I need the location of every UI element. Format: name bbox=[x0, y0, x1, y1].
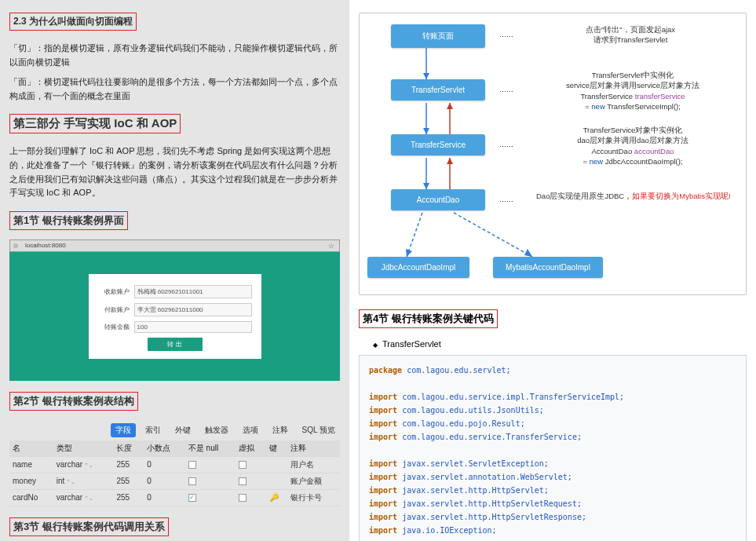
cell-notnull bbox=[185, 489, 236, 506]
th-len: 长度 bbox=[113, 440, 144, 457]
cell-virt bbox=[236, 456, 266, 473]
cell-dec: 0 bbox=[144, 456, 185, 473]
cell-virt bbox=[236, 489, 266, 506]
svg-marker-9 bbox=[447, 158, 453, 164]
cell-name: name bbox=[9, 456, 53, 473]
call-relation-diagram: 转账页面 TransferServlet TransferService Acc… bbox=[359, 13, 747, 295]
heading-2-3: 2.3 为什么叫做面向切面编程 bbox=[9, 13, 137, 31]
transfer-form: 收款账户 韩梅梅 6029621011001 付款账户 李大雷 60296210… bbox=[89, 274, 261, 359]
heading-sec4-text: 第4节 银行转账案例关键代码 bbox=[363, 313, 494, 324]
heading-sec1-text: 第1节 银行转账案例界面 bbox=[13, 214, 124, 226]
bookmark-star-icon: ☆ bbox=[328, 242, 334, 250]
th-name: 名 bbox=[9, 440, 53, 457]
cell-key: 🔑 bbox=[266, 489, 288, 506]
cell-type: int⌃⌄ bbox=[53, 473, 114, 489]
cell-len: 255 bbox=[113, 456, 144, 473]
th-key: 键 bbox=[266, 440, 288, 457]
para-mian: 「面」：横切逻辑代码往往要影响的是很多个方法，每一个方法都如同一个点，多个点构成… bbox=[9, 75, 340, 103]
submit-button: 转 出 bbox=[148, 338, 203, 351]
svg-line-12 bbox=[454, 213, 532, 257]
tab-fields[interactable]: 字段 bbox=[111, 423, 136, 437]
desc-2: TransferServlet中实例化 service层对象并调用service… bbox=[527, 70, 739, 111]
tab-options[interactable]: 选项 bbox=[238, 423, 263, 437]
heading-sec2: 第2节 银行转账案例表结构 bbox=[9, 392, 138, 411]
input-payer: 李大雷 6029621011000 bbox=[134, 303, 252, 316]
demo-app-screenshot: 收款账户 韩梅梅 6029621011001 付款账户 李大雷 60296210… bbox=[9, 252, 340, 381]
bullet-transferservlet: TransferServlet bbox=[373, 339, 747, 349]
heading-part3-text: 第三部分 手写实现 IoC 和 AOP bbox=[13, 116, 177, 130]
cell-note: 账户金额 bbox=[287, 473, 340, 489]
dots-2: …… bbox=[499, 86, 513, 93]
para-qie: 「切」：指的是横切逻辑，原有业务逻辑代码我们不能动，只能操作横切逻辑代码，所以面… bbox=[9, 42, 340, 69]
svg-marker-7 bbox=[423, 183, 429, 189]
cell-key bbox=[266, 473, 288, 489]
cell-note: 银行卡号 bbox=[287, 489, 340, 506]
node-account-dao: AccountDao bbox=[391, 189, 485, 210]
th-note: 注释 bbox=[287, 440, 340, 457]
node-mybatis-impl: MybatisAccountDaoImpl bbox=[493, 257, 603, 278]
th-dec: 小数点 bbox=[144, 440, 185, 457]
cell-len: 255 bbox=[113, 489, 144, 506]
table-row: moneyint⌃⌄2550账户金额 bbox=[9, 473, 340, 489]
heading-sec1: 第1节 银行转账案例界面 bbox=[9, 211, 128, 230]
heading-part3: 第三部分 手写实现 IoC 和 AOP bbox=[9, 114, 181, 133]
node-transfer-service: TransferService bbox=[391, 134, 485, 155]
cell-type: varchar⌃⌄ bbox=[53, 456, 114, 473]
svg-marker-1 bbox=[423, 73, 429, 79]
heading-sec3: 第3节 银行转账案例代码调用关系 bbox=[9, 517, 169, 536]
heading-sec2-text: 第2节 银行转账案例表结构 bbox=[13, 395, 134, 407]
label-payer: 付款账户 bbox=[98, 305, 130, 314]
cell-dec: 0 bbox=[144, 489, 185, 506]
dots-3: …… bbox=[499, 141, 513, 148]
cell-note: 用户名 bbox=[287, 456, 340, 473]
svg-marker-13 bbox=[524, 249, 532, 257]
th-notnull: 不是 null bbox=[185, 440, 236, 457]
browser-address-bar: localhost:8080 ☆ bbox=[9, 239, 340, 252]
tab-sqlpreview[interactable]: SQL 预览 bbox=[298, 423, 340, 437]
svg-line-10 bbox=[407, 213, 422, 257]
cell-dec: 0 bbox=[144, 473, 185, 489]
th-virt: 虚拟 bbox=[236, 440, 266, 457]
table-row: cardNovarchar⌃⌄2550🔑银行卡号 bbox=[9, 489, 340, 506]
tab-comment[interactable]: 注释 bbox=[268, 423, 293, 437]
node-transfer-servlet: TransferServlet bbox=[391, 79, 485, 101]
cell-key bbox=[266, 456, 288, 473]
heading-2-3-text: 2.3 为什么叫做面向切面编程 bbox=[13, 16, 133, 27]
cell-name: money bbox=[9, 473, 53, 489]
desc-4: Dao层实现使用原生JDBC，如果要切换为Mybatis实现呢! bbox=[536, 191, 736, 201]
cell-len: 255 bbox=[113, 473, 144, 489]
cell-notnull bbox=[185, 473, 236, 489]
para-part3-intro: 上一部分我们理解了 IoC 和 AOP 思想，我们先不考虑 Spring 是如何… bbox=[9, 144, 340, 199]
cell-name: cardNo bbox=[9, 489, 53, 506]
tab-fk[interactable]: 外键 bbox=[170, 423, 195, 437]
node-jdbc-impl: JdbcAccountDaoImpl bbox=[367, 257, 469, 278]
right-column: 转账页面 TransferServlet TransferService Acc… bbox=[349, 0, 756, 541]
browser-url: localhost:8080 bbox=[25, 242, 66, 249]
code-block: package com.lagou.edu.servlet; import co… bbox=[359, 355, 747, 541]
key-icon: 🔑 bbox=[269, 493, 279, 502]
desc-1: 点击"转出"，页面发起ajax请求到TransferServlet bbox=[540, 24, 721, 46]
desc-3: TransferService对象中实例化 dao层对象并调用dao层对象方法 … bbox=[527, 125, 739, 166]
dots-4: …… bbox=[499, 196, 513, 203]
heading-sec4: 第4节 银行转账案例关键代码 bbox=[359, 309, 498, 328]
label-payee: 收款账户 bbox=[98, 287, 130, 296]
node-transfer-page: 转账页面 bbox=[391, 24, 485, 48]
input-payee: 韩梅梅 6029621011001 bbox=[134, 285, 252, 298]
schema-table: 名 类型 长度 小数点 不是 null 虚拟 键 注释 namevarchar⌃… bbox=[9, 440, 340, 506]
svg-marker-5 bbox=[447, 103, 453, 109]
th-type: 类型 bbox=[53, 440, 114, 457]
svg-marker-3 bbox=[423, 128, 429, 134]
schema-tabs: 字段 索引 外键 触发器 选项 注释 SQL 预览 bbox=[9, 423, 340, 437]
tab-index[interactable]: 索引 bbox=[141, 423, 166, 437]
cell-virt bbox=[236, 473, 266, 489]
dots-1: …… bbox=[499, 31, 513, 38]
left-column: 2.3 为什么叫做面向切面编程 「切」：指的是横切逻辑，原有业务逻辑代码我们不能… bbox=[0, 0, 349, 541]
table-row: namevarchar⌃⌄2550用户名 bbox=[9, 456, 340, 473]
cell-type: varchar⌃⌄ bbox=[53, 489, 114, 506]
svg-marker-11 bbox=[406, 249, 412, 257]
heading-sec3-text: 第3节 银行转账案例代码调用关系 bbox=[13, 521, 165, 532]
input-amount: 100 bbox=[134, 321, 252, 333]
cell-notnull bbox=[185, 456, 236, 473]
tab-trigger[interactable]: 触发器 bbox=[200, 423, 233, 437]
label-amount: 转账金额 bbox=[98, 323, 130, 331]
